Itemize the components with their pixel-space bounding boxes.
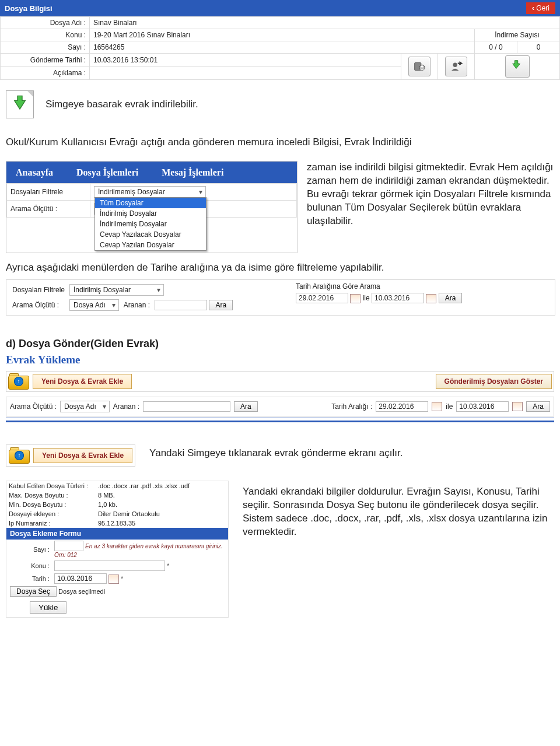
value-indirme-sayisi: 0 xyxy=(517,41,560,54)
fs-konu-label: Konu : xyxy=(6,559,52,572)
file-info-table: Dosya Adı : Sınav Binaları Konu : 19-20 … xyxy=(0,16,560,80)
fs-no-file: Dosya seçilmedi xyxy=(58,588,105,595)
fs-ip-val: 95.12.183.35 xyxy=(96,519,228,528)
dropdown-opt-tum[interactable]: Tüm Dosyalar xyxy=(95,198,206,208)
f2-criteria-dropdown[interactable]: Dosya Adı xyxy=(69,299,119,311)
back-button[interactable]: Geri xyxy=(526,2,555,14)
label-gonderme: Gönderme Tarihi : xyxy=(1,54,90,67)
f2-search-button[interactable]: Ara xyxy=(209,300,233,310)
f2-filter-dropdown[interactable]: İndirilmiş Dosyalar xyxy=(69,284,164,296)
f2-date-to[interactable]: 10.03.2016 xyxy=(372,293,424,303)
text-para4: Yandaki Simgeye tıklanarak evrak gönderm… xyxy=(149,447,554,460)
value-indirme-oran: 0 / 0 xyxy=(475,41,517,54)
f2-arama-olcutu: Arama Ölçütü : xyxy=(10,297,67,313)
nav-dosya-islemleri[interactable]: Dosya İşlemleri xyxy=(76,167,138,178)
text-para2a: Okul/Kurum Kullanıcısı Evrağı açtığı and… xyxy=(6,136,554,149)
fs-choose-file-button[interactable]: Dosya Seç xyxy=(10,586,57,597)
nav-anasayfa[interactable]: Anasayfa xyxy=(16,167,53,178)
calendar-icon[interactable] xyxy=(432,402,442,411)
filter-dropdown-open: Tüm Dosyalar İndirilmiş Dosyalar İndiril… xyxy=(94,197,206,251)
value-gonderme: 10.03.2016 13:50:01 xyxy=(90,54,401,67)
fs-form-header: Dosya Ekleme Formu xyxy=(6,528,228,540)
search-strip: Arama Ölçütü : Dosya Adı Aranan : Ara Ta… xyxy=(6,397,554,416)
new-file-button[interactable]: Yeni Dosya & Evrak Ekle xyxy=(33,374,132,389)
text-para5: Yandaki ekrandaki bilgiler doldurulur. E… xyxy=(243,485,554,539)
file-info-header: Dosya Bilgisi Geri xyxy=(0,0,560,16)
f2-aranan: Aranan : xyxy=(121,297,152,313)
calendar-icon[interactable] xyxy=(350,294,360,303)
ss-ile: ile xyxy=(446,402,453,411)
fs-max-val: 8 MB. xyxy=(96,491,228,500)
dropdown-opt-cevap-yazilacak[interactable]: Cevap Yazılacak Dosyalar xyxy=(95,229,206,240)
upload-form-screenshot: Kabul Edilen Dosya Türleri : .doc .docx … xyxy=(6,481,229,618)
ss-tarih-label: Tarih Aralığı : xyxy=(331,402,372,411)
fs-upload-button[interactable]: Yükle xyxy=(30,601,66,614)
ss-search-button[interactable]: Ara xyxy=(234,401,258,412)
fs-ekleyen-label: Dosyayi ekleyen : xyxy=(6,509,96,519)
fs-max-label: Max. Dosya Boyutu : xyxy=(6,491,96,500)
ss-criteria-dropdown[interactable]: Dosya Adı xyxy=(60,401,110,412)
nav-mesaj-islemleri[interactable]: Mesaj İşlemleri xyxy=(162,167,223,178)
calendar-icon[interactable] xyxy=(512,402,523,411)
fs-konu-input[interactable] xyxy=(54,561,165,571)
fs-tarih-input[interactable]: 10.03.2016 xyxy=(54,573,107,584)
calendar-icon[interactable] xyxy=(426,294,436,303)
fs-ip-label: Ip Numaraniz : xyxy=(6,519,96,528)
dropdown-opt-indirilmemis[interactable]: İndirilmemiş Dosyalar xyxy=(95,219,206,229)
text-line1: Simgeye basarak evrak indirilebilir. xyxy=(46,98,198,111)
f2-ile: ile xyxy=(363,294,370,302)
value-dosya-adi: Sınav Binaları xyxy=(90,17,560,29)
fs-min-val: 1,0 kb. xyxy=(96,500,228,509)
folder-upload-icon: ↑ xyxy=(8,373,28,390)
ss-date-from[interactable]: 29.02.2016 xyxy=(376,401,428,412)
show-sent-files-button[interactable]: Gönderilmiş Dosyaları Göster xyxy=(436,374,552,389)
filter-screenshot-1: Anasayfa Dosya İşlemleri Mesaj İşlemleri… xyxy=(6,161,298,253)
f2-search-input[interactable] xyxy=(155,300,207,310)
label-dosya-filtrele: Dosyaları Filtrele xyxy=(7,183,90,200)
ss-search-input[interactable] xyxy=(143,401,230,412)
f2-dosya-filtrele: Dosyaları Filtrele xyxy=(10,282,67,297)
filter-dropdown[interactable]: İndirilmemiş Dosyalar Tüm Dosyalar İndir… xyxy=(94,186,206,198)
fs-sayi-label: Sayı : xyxy=(6,540,52,559)
calendar-icon[interactable] xyxy=(108,575,119,584)
evrak-yukleme-heading: Evrak Yükleme xyxy=(6,353,554,366)
value-aciklama xyxy=(90,66,401,80)
dropdown-opt-cevap-yazilan[interactable]: Cevap Yazılan Dosyalar xyxy=(95,240,206,250)
upload-toolbar: ↑ Yeni Dosya & Evrak Ekle Gönderilmiş Do… xyxy=(6,371,554,392)
f2-date-search-button[interactable]: Ara xyxy=(439,293,463,303)
fs-ekleyen-val: Diler Demir Ortaokulu xyxy=(96,509,228,519)
value-konu: 19-20 Mart 2016 Sınav Binaları xyxy=(90,29,475,41)
label-aciklama: Açıklama : xyxy=(1,66,90,80)
fs-kabul-val: .doc .docx .rar .pdf .xls .xlsx .udf xyxy=(96,481,228,491)
fs-min-label: Min. Dosya Boyutu : xyxy=(6,500,96,509)
download-big-icon xyxy=(6,90,34,118)
label-konu: Konu : xyxy=(1,29,90,41)
new-file-button-2[interactable]: Yeni Dosya & Evrak Ekle xyxy=(33,448,132,463)
f2-date-from[interactable]: 29.02.2016 xyxy=(296,293,348,303)
value-sayi: 16564265 xyxy=(90,41,475,54)
download-icon[interactable] xyxy=(505,55,530,78)
svg-point-2 xyxy=(421,65,424,68)
label-indirme-sayisi: İndirme Sayısı xyxy=(475,29,560,41)
dropdown-opt-indirilmis[interactable]: İndirilmiş Dosyalar xyxy=(95,208,206,219)
view-readers-icon[interactable] xyxy=(408,57,430,76)
section-d-heading: d) Dosya Gönder(Giden Evrak) xyxy=(6,338,554,350)
f2-tarih-label: Tarih Aralığına Göre Arama xyxy=(296,282,551,290)
sender-info-icon[interactable] xyxy=(445,57,467,76)
label-dosya-adi: Dosya Adı : xyxy=(1,17,90,29)
fs-tarih-label: Tarih : xyxy=(6,572,52,585)
folder-upload-icon: ↑ xyxy=(9,447,29,464)
label-arama-olcutu: Arama Ölçütü : xyxy=(7,200,90,217)
ss-aranan: Aranan : xyxy=(113,402,139,411)
ss-date-to[interactable]: 10.03.2016 xyxy=(456,401,509,412)
svg-point-3 xyxy=(453,63,457,67)
file-info-title: Dosya Bilgisi xyxy=(5,4,52,13)
text-para3: Ayrıca aşağıdaki menülerden de Tarihe ar… xyxy=(6,261,554,275)
filter-screenshot-2: Dosyaları Filtrele İndirilmiş Dosyalar A… xyxy=(6,279,555,316)
label-sayi: Sayı : xyxy=(1,41,90,54)
ss-date-search-button[interactable]: Ara xyxy=(526,401,550,412)
fs-kabul-label: Kabul Edilen Dosya Türleri : xyxy=(6,481,96,491)
fs-sayi-input[interactable] xyxy=(54,541,83,551)
ss-arama-olcutu: Arama Ölçütü : xyxy=(10,402,57,411)
